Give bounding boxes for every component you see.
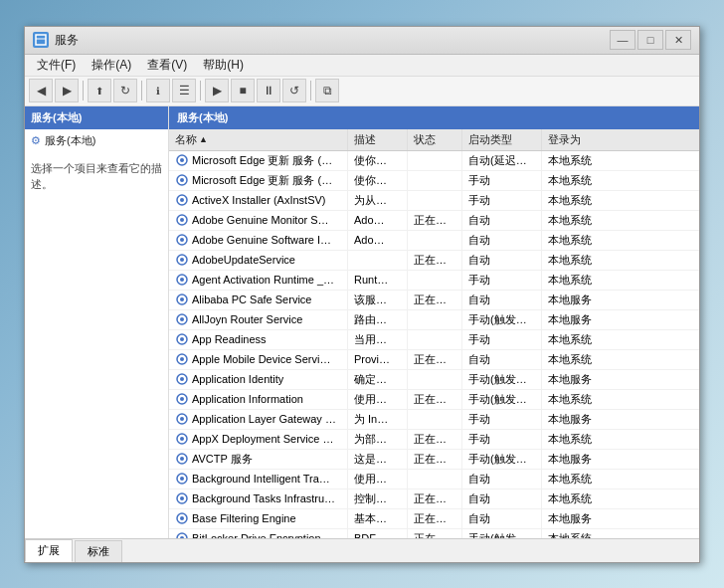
service-startup-cell: 自动 <box>462 231 542 250</box>
table-row[interactable]: Agent Activation Runtime _…Runt…手动本地系统 <box>169 271 699 291</box>
toolbar: ◀ ▶ ⬆ ↻ ℹ ☰ ▶ ■ ⏸ ↺ ⧉ <box>25 77 699 106</box>
left-services-item[interactable]: ⚙ 服务(本地) <box>25 129 168 152</box>
right-panel: 服务(本地) 名称 ▲ 描述 状态 启动类型 登录为 Microsoft Edg… <box>169 106 699 538</box>
service-status-cell <box>408 470 462 489</box>
service-name-cell: ActiveX Installer (AxInstSV) <box>169 191 348 210</box>
service-login-cell: 本地系统 <box>542 350 612 369</box>
service-desc-cell <box>348 251 408 270</box>
view-button[interactable]: ☰ <box>172 79 196 102</box>
table-row[interactable]: Adobe Genuine Software I…Ado…自动本地系统 <box>169 231 699 251</box>
table-row[interactable]: AdobeUpdateService正在…自动本地系统 <box>169 251 699 271</box>
table-row[interactable]: AVCTP 服务这是…正在…手动(触发…本地服务 <box>169 450 699 470</box>
table-row[interactable]: Microsoft Edge 更新 服务 (…使你…手动本地系统 <box>169 171 699 191</box>
pause-button[interactable]: ⏸ <box>257 79 280 102</box>
service-icon <box>175 173 189 187</box>
service-login-cell: 本地系统 <box>542 529 612 538</box>
table-row[interactable]: Application Layer Gateway …为 In…手动本地服务 <box>169 410 699 430</box>
svg-point-11 <box>180 238 184 242</box>
svg-point-3 <box>180 158 184 162</box>
minimize-button[interactable]: — <box>610 30 635 50</box>
service-startup-cell: 自动(延迟… <box>462 151 542 170</box>
service-login-cell: 本地系统 <box>542 151 612 170</box>
service-name-cell: Apple Mobile Device Servi… <box>169 350 348 369</box>
service-startup-cell: 自动 <box>462 211 542 230</box>
table-row[interactable]: Microsoft Edge 更新 服务 (…使你…自动(延迟…本地系统 <box>169 151 699 171</box>
table-row[interactable]: Apple Mobile Device Servi…Provi…正在…自动本地系… <box>169 350 699 370</box>
menu-view[interactable]: 查看(V) <box>139 55 195 76</box>
forward-button[interactable]: ▶ <box>55 79 79 102</box>
refresh-button[interactable]: ↻ <box>113 79 137 102</box>
window-controls: — □ ✕ <box>610 30 691 50</box>
service-startup-cell: 手动 <box>462 171 542 190</box>
col-desc[interactable]: 描述 <box>348 129 408 150</box>
service-desc-cell: 控制… <box>348 490 408 508</box>
back-button[interactable]: ◀ <box>29 79 53 102</box>
table-row[interactable]: Application Information使用…正在…手动(触发…本地系统 <box>169 390 699 410</box>
table-row[interactable]: AllJoyn Router Service路由…手动(触发…本地服务 <box>169 310 699 330</box>
service-startup-cell: 手动 <box>462 430 542 449</box>
svg-point-31 <box>180 437 184 441</box>
service-login-cell: 本地服务 <box>542 370 612 389</box>
stop-button[interactable]: ■ <box>231 79 255 102</box>
menu-bar: 文件(F) 操作(A) 查看(V) 帮助(H) <box>25 55 699 77</box>
service-desc-cell: 为 In… <box>348 410 408 429</box>
extra-button[interactable]: ⧉ <box>315 79 339 102</box>
table-row[interactable]: Background Intelligent Tra…使用…自动本地系统 <box>169 470 699 490</box>
play-button[interactable]: ▶ <box>205 79 229 102</box>
properties-button[interactable]: ℹ <box>146 79 170 102</box>
service-icon <box>175 412 189 426</box>
service-desc-cell: 为部… <box>348 430 408 449</box>
service-startup-cell: 手动 <box>462 330 542 349</box>
table-row[interactable]: Alibaba PC Safe Service该服…正在…自动本地服务 <box>169 291 699 310</box>
service-startup-cell: 手动(触发… <box>462 450 542 469</box>
service-name-cell: Application Information <box>169 390 348 409</box>
menu-file[interactable]: 文件(F) <box>29 55 84 76</box>
close-button[interactable]: ✕ <box>665 30 691 50</box>
col-login[interactable]: 登录为 <box>542 129 612 150</box>
table-row[interactable]: Adobe Genuine Monitor S…Ado…正在…自动本地系统 <box>169 211 699 231</box>
service-name-cell: AppX Deployment Service … <box>169 430 348 449</box>
service-startup-cell: 自动 <box>462 350 542 369</box>
service-name-cell: Background Intelligent Tra… <box>169 470 348 489</box>
up-button[interactable]: ⬆ <box>88 79 111 102</box>
svg-point-29 <box>180 417 184 421</box>
services-table[interactable]: Microsoft Edge 更新 服务 (…使你…自动(延迟…本地系统Micr… <box>169 151 699 538</box>
tab-expand[interactable]: 扩展 <box>25 539 73 562</box>
service-status-cell <box>408 310 462 329</box>
table-row[interactable]: Application Identity确定…手动(触发…本地服务 <box>169 370 699 390</box>
service-login-cell: 本地系统 <box>542 330 612 349</box>
service-login-cell: 本地系统 <box>542 390 612 409</box>
service-name-cell: Application Layer Gateway … <box>169 410 348 429</box>
service-desc-cell: 这是… <box>348 450 408 469</box>
separator-3 <box>200 81 201 100</box>
table-row[interactable]: ActiveX Installer (AxInstSV)为从…手动本地系统 <box>169 191 699 211</box>
service-icon <box>175 472 189 486</box>
menu-help[interactable]: 帮助(H) <box>195 55 252 76</box>
service-login-cell: 本地服务 <box>542 310 612 329</box>
services-icon: ⚙ <box>31 134 41 147</box>
col-name[interactable]: 名称 ▲ <box>169 129 348 150</box>
table-row[interactable]: Background Tasks Infrastru…控制…正在…自动本地系统 <box>169 490 699 509</box>
table-row[interactable]: Base Filtering Engine基本…正在…自动本地服务 <box>169 509 699 529</box>
tab-standard[interactable]: 标准 <box>75 540 122 562</box>
service-status-cell: 正在… <box>408 450 462 469</box>
separator-2 <box>141 81 142 100</box>
table-row[interactable]: BitLocker Drive Encryption…BDF…正在…手动(触发…… <box>169 529 699 538</box>
service-desc-cell: 当用… <box>348 330 408 349</box>
separator-4 <box>310 81 311 100</box>
service-status-cell: 正在… <box>408 251 462 270</box>
service-icon <box>175 253 189 267</box>
maximize-button[interactable]: □ <box>637 30 663 50</box>
restart-button[interactable]: ↺ <box>282 79 306 102</box>
service-startup-cell: 自动 <box>462 490 542 508</box>
table-row[interactable]: AppX Deployment Service …为部…正在…手动本地系统 <box>169 430 699 450</box>
service-icon <box>175 233 189 247</box>
service-icon <box>175 193 189 207</box>
col-status[interactable]: 状态 <box>408 129 462 150</box>
col-startup[interactable]: 启动类型 <box>462 129 542 150</box>
menu-action[interactable]: 操作(A) <box>84 55 139 76</box>
service-desc-cell: Ado… <box>348 231 408 250</box>
service-startup-cell: 手动(触发… <box>462 529 542 538</box>
service-icon <box>175 293 189 306</box>
table-row[interactable]: App Readiness当用…手动本地系统 <box>169 330 699 350</box>
